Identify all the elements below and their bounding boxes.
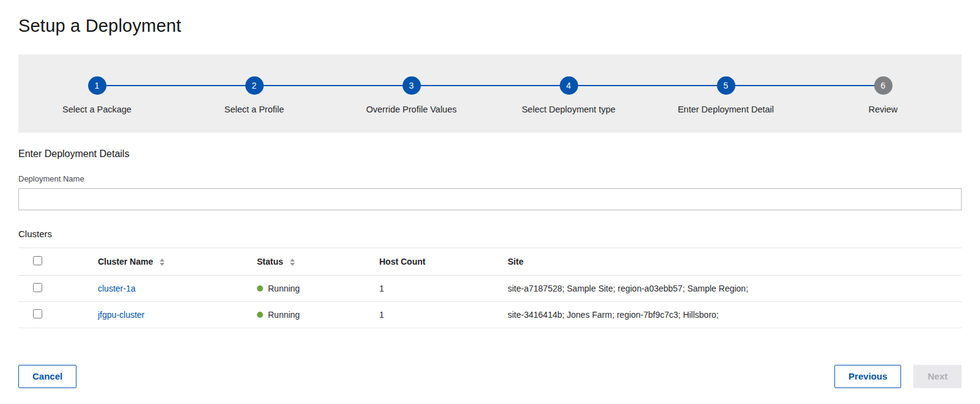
stepper: 1 Select a Package 2 Select a Profile 3 … bbox=[18, 54, 962, 133]
table-row: jfgpu-cluster Running 1 site-3416414b; J… bbox=[18, 302, 962, 328]
row-select-cell bbox=[18, 302, 93, 328]
status-cell: Running bbox=[252, 276, 374, 302]
previous-button[interactable]: Previous bbox=[834, 365, 901, 388]
select-all-checkbox[interactable] bbox=[33, 256, 42, 265]
column-header-host-count: Host Count bbox=[374, 248, 503, 276]
cluster-link[interactable]: cluster-1a bbox=[98, 284, 135, 293]
cluster-name-cell: jfgpu-cluster bbox=[93, 302, 252, 328]
status-running-icon bbox=[257, 285, 263, 292]
table-row: cluster-1a Running 1 site-a7187528; Samp… bbox=[18, 276, 962, 302]
deployment-name-label: Deployment Name bbox=[18, 174, 962, 183]
step-4-indicator[interactable]: 4 bbox=[560, 76, 578, 95]
row-select-cell bbox=[18, 276, 93, 302]
column-header-cluster-name[interactable]: Cluster Name bbox=[93, 248, 252, 276]
row-checkbox[interactable] bbox=[33, 283, 42, 292]
step-5-indicator[interactable]: 5 bbox=[717, 76, 735, 95]
sort-icon[interactable] bbox=[290, 259, 295, 266]
step-3-indicator[interactable]: 3 bbox=[403, 76, 421, 95]
deployment-name-input[interactable] bbox=[18, 188, 962, 210]
step-2-indicator[interactable]: 2 bbox=[245, 76, 264, 95]
sort-icon[interactable] bbox=[160, 259, 165, 266]
footer-actions: Cancel Previous Next bbox=[18, 365, 962, 388]
column-header-status-label: Status bbox=[257, 257, 283, 266]
status-label: Running bbox=[268, 310, 300, 320]
status-running-icon bbox=[257, 312, 263, 318]
stepper-step-1: 1 Select a Package bbox=[18, 76, 176, 114]
host-count-cell: 1 bbox=[374, 302, 503, 328]
column-header-cluster-name-label: Cluster Name bbox=[98, 257, 153, 266]
column-header-site: Site bbox=[503, 248, 962, 276]
page-title: Setup a Deployment bbox=[18, 16, 962, 36]
step-6-indicator[interactable]: 6 bbox=[874, 76, 893, 95]
table-header-row: Cluster Name Status Host Count Site bbox=[18, 248, 962, 276]
stepper-step-4: 4 Select Deployment type bbox=[490, 76, 647, 114]
step-6-label: Review bbox=[869, 105, 898, 114]
cancel-button[interactable]: Cancel bbox=[18, 365, 76, 388]
cluster-name-cell: cluster-1a bbox=[93, 276, 252, 302]
setup-deployment-page: Setup a Deployment 1 Select a Package 2 … bbox=[0, 16, 980, 388]
clusters-table: Cluster Name Status Host Count Site clus… bbox=[18, 248, 962, 328]
next-button[interactable]: Next bbox=[913, 365, 962, 388]
step-1-indicator[interactable]: 1 bbox=[88, 76, 106, 95]
column-header-select bbox=[18, 248, 93, 276]
row-checkbox[interactable] bbox=[33, 309, 42, 318]
stepper-step-2: 2 Select a Profile bbox=[176, 76, 333, 114]
status-label: Running bbox=[268, 284, 300, 293]
step-5-label: Enter Deployment Detail bbox=[678, 105, 774, 114]
cluster-link[interactable]: jfgpu-cluster bbox=[98, 310, 144, 320]
stepper-step-3: 3 Override Profile Values bbox=[333, 76, 490, 114]
site-cell: site-a7187528; Sample Site; region-a03eb… bbox=[503, 276, 962, 302]
site-cell: site-3416414b; Jones Farm; region-7bf9c7… bbox=[503, 302, 962, 328]
step-4-label: Select Deployment type bbox=[522, 105, 615, 114]
column-header-status[interactable]: Status bbox=[252, 248, 374, 276]
stepper-step-6: 6 Review bbox=[804, 76, 962, 114]
status-cell: Running bbox=[252, 302, 374, 328]
host-count-cell: 1 bbox=[374, 276, 503, 302]
section-title-deployment-details: Enter Deployment Details bbox=[18, 149, 962, 160]
step-3-label: Override Profile Values bbox=[366, 105, 456, 114]
stepper-step-5: 5 Enter Deployment Detail bbox=[647, 76, 804, 114]
step-2-label: Select a Profile bbox=[225, 105, 284, 114]
step-1-label: Select a Package bbox=[62, 105, 132, 114]
section-title-clusters: Clusters bbox=[18, 229, 962, 239]
